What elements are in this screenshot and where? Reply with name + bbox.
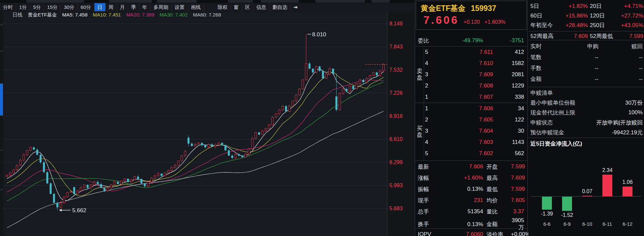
rt-subscribe-value: -- [567,76,598,83]
flow-bar [542,197,552,210]
candle-down [161,174,162,176]
perf-label: 5日 [530,2,559,10]
tab-period-日[interactable]: 日 [94,3,106,11]
sidebar-active-tab[interactable] [0,84,3,116]
period-toolbar: 分时1分5分15分30分60分日周月季年多周期设置画线 除权窗区信息删自选⇥ [0,3,415,12]
bid-level: 4 [425,139,435,146]
candle-up [29,147,31,150]
weibi-value: -49.79% [438,37,483,44]
candle-up [251,138,253,149]
period-tabs: 分时1分5分15分30分60分日周月季年多周期设置画线 [0,3,204,11]
high-annotation: 8.010 [312,31,326,38]
perf-value: +27.72% [620,13,644,19]
candle-down [140,179,142,184]
stat-value: 0.13% [438,221,483,228]
rt-label: 手数 [530,64,567,72]
candle-up [278,110,280,114]
tab-period-季[interactable]: 季 [128,3,139,11]
candlestick-chart-pane[interactable]: 日线 黄金ETF基金 MA5: 7.458MA10: 7.451MA20: 7.… [3,11,387,236]
toolbar-action-窗[interactable]: 窗 [231,3,242,11]
toolbar-action-删自选[interactable]: 删自选 [269,3,291,11]
clipped-button[interactable] [228,0,253,3]
toolbar-action-除权[interactable]: 除权 [215,3,231,11]
candle-down [201,143,203,145]
maundefined-legend: MA20: 7.389 [126,12,154,18]
price-change-percent: +1.603% [484,19,506,25]
redemption-value: 30万份 [625,99,643,107]
redemption-block: 申赎清单 最小申赎单位份额30万份现金替代比例上限100%申赎状态开放申购|开放… [528,88,644,137]
tab-period-分时[interactable]: 分时 [0,3,16,11]
candle-down [87,185,89,188]
flow-value-label: -1.52 [561,212,573,218]
tab-period-设置[interactable]: 设置 [172,3,188,11]
stat-label: 最新 [415,163,438,171]
quote-header-box: 黄金ETF基金 159937 7.606 +0.120 +1.603% [416,1,527,30]
clipped-button[interactable] [157,0,197,3]
tab-period-周[interactable]: 周 [106,3,117,11]
candle-up [63,197,65,203]
clipped-button[interactable] [315,0,365,3]
ask-row[interactable]: 47.6101582 [415,58,527,69]
bid-row[interactable]: 27.605122 [415,114,527,125]
flow-date-label: 6-11 [603,221,612,227]
bid-level: 5 [425,150,435,157]
y-axis-label: 6.299 [389,159,403,165]
tab-period-60分[interactable]: 60分 [78,3,94,11]
toolbar-action-区[interactable]: 区 [242,3,253,11]
bid-row[interactable]: 17.60634 [415,103,527,114]
ask-price: 7.609 [435,71,493,78]
ask-row[interactable]: 37.6092081 [415,69,527,80]
bid-row[interactable]: 47.6031143 [415,137,527,148]
stat-value: 7.606 [438,163,483,170]
tab-period-30分[interactable]: 30分 [61,3,78,11]
tab-period-月[interactable]: 月 [117,3,128,11]
clipped-button[interactable] [372,0,390,3]
redemption-row: 申赎状态开放申购|开放赎回 [528,118,644,127]
tab-period-画线[interactable]: 画线 [188,3,204,11]
stat-row: 总手51354量比3.37 [415,206,527,217]
ask-row[interactable]: 27.6081229 [415,80,527,91]
redemption-title-row: 申赎清单 [528,88,644,98]
y-axis-label: 5.993 [389,183,403,188]
bid-volume: 562 [493,150,527,157]
tab-period-年[interactable]: 年 [139,3,151,11]
redeem-label: 赎回 [598,43,644,50]
stat-value: 3.37 [511,208,527,215]
bid-row[interactable]: 37.60430 [415,125,527,137]
candle-down [191,144,193,146]
candle-down [53,194,55,203]
ask-row[interactable]: 17.607338 [415,91,527,103]
flow-value-label: 1.06 [622,179,632,185]
redemption-row: 预估申赎现金-99422.19元 [528,127,644,137]
expand-right-icon[interactable]: ⇥ [291,3,300,11]
ask-price: 7.611 [435,49,493,55]
tab-period-5分[interactable]: 5分 [30,3,44,11]
realtime-header: 实时 申购 赎回 [528,41,644,52]
candle-up [325,74,327,79]
bid-row[interactable]: 57.602562 [415,148,527,159]
toolbar-action-信息[interactable]: 信息 [253,3,269,11]
flow-bar [582,196,592,196]
tab-period-多周期[interactable]: 多周期 [151,3,172,11]
candle-up [23,155,25,160]
redemption-value: 100% [628,109,643,116]
tab-period-15分[interactable]: 15分 [44,3,61,11]
chart-ma-header: 日线 黄金ETF基金 MA5: 7.458MA10: 7.451MA20: 7.… [13,12,221,18]
clipped-button[interactable] [261,0,299,3]
ask-row[interactable]: 57.611412 [415,47,527,58]
stat-value: 231 [438,197,483,204]
price-row: 7.606 +0.120 +1.603% [416,14,526,26]
tab-period-1分[interactable]: 1分 [16,3,30,11]
redemption-label: 预估申赎现金 [530,129,612,136]
perf-label: 60日 [530,12,559,19]
clipped-button[interactable] [109,0,152,3]
stat-value: 0.13% [438,186,483,192]
ask-level: 5 [425,49,435,55]
instrument-code: 159937 [471,4,496,13]
candle-up [255,132,257,138]
candle-down [211,144,213,147]
candlestick-chart[interactable]: 8.0105.662 [3,11,387,236]
candle-down [127,179,129,182]
clipped-button[interactable] [26,0,84,3]
rt-subscribe-value: -- [567,54,598,61]
